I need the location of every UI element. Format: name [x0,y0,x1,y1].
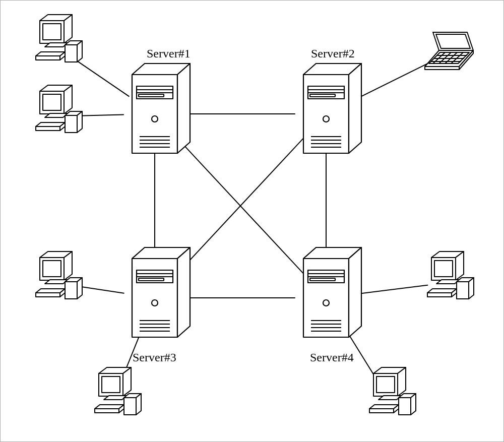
server-icon [303,64,361,153]
client-link [354,62,431,100]
desktop-icon [36,85,82,133]
server-label: Server#3 [133,351,176,364]
client-link [357,285,428,294]
server-icon [132,64,190,153]
server-label: Server#1 [147,47,191,60]
desktop-icon [36,15,82,62]
server-label: Server#2 [311,47,355,60]
laptop-icon [425,32,473,70]
server-icon [303,247,361,337]
desktop-icon [36,251,82,299]
server-icon [132,247,190,337]
server-label: Server#4 [310,351,354,364]
desktop-icon [427,251,474,299]
desktop-icon [95,367,141,415]
desktop-icon [369,367,416,415]
client-link [71,56,129,96]
